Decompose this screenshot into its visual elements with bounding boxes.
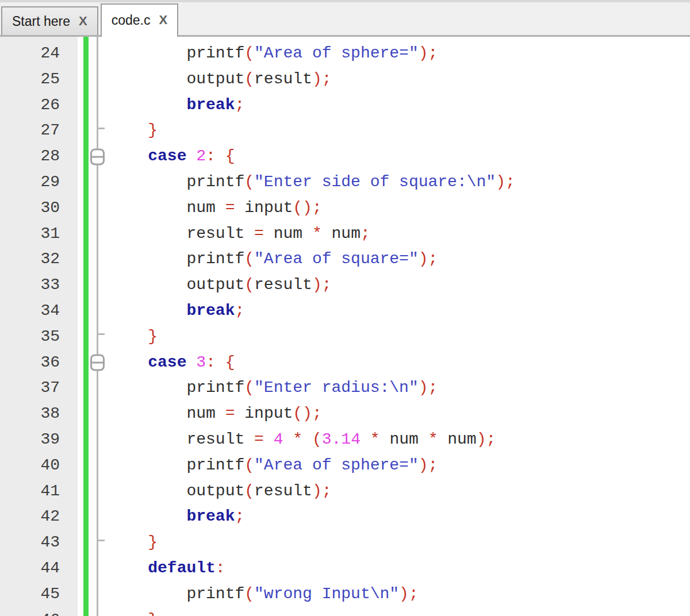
code-token: "Area of sphere=": [254, 456, 419, 474]
code-token: [109, 559, 148, 577]
line-number: 42: [0, 504, 60, 530]
editor-row: 35 }: [0, 324, 690, 350]
code-token: [216, 405, 225, 422]
code-token: [109, 44, 186, 62]
code-line[interactable]: result = 4 * (3.14 * num * num);: [109, 427, 496, 453]
code-token: :: [206, 147, 216, 165]
line-number: 46: [0, 607, 60, 616]
code-token: }: [148, 328, 158, 345]
code-line[interactable]: break;: [109, 93, 244, 118]
code-token: :: [206, 353, 216, 371]
code-line[interactable]: printf("Area of square=");: [109, 247, 438, 272]
fold-collapse-toggle[interactable]: [90, 354, 105, 371]
line-number: 33: [0, 272, 60, 298]
code-token: ;: [235, 302, 244, 319]
code-token: 3: [196, 353, 206, 371]
code-token: [361, 430, 370, 448]
code-token: );: [496, 173, 515, 191]
tab-start-here[interactable]: Start here X: [1, 6, 98, 35]
code-line[interactable]: output(result);: [109, 272, 332, 298]
code-token: num: [447, 430, 476, 448]
code-line[interactable]: printf("wrong Input\n");: [109, 582, 419, 607]
editor-row: 34 break;: [0, 298, 690, 324]
code-token: "Enter radius:\n": [254, 379, 419, 396]
code-token: [109, 96, 186, 114]
tab-code-c[interactable]: code.c X: [101, 3, 178, 37]
code-token: "Area of square=": [254, 250, 419, 268]
code-token: printf: [186, 456, 244, 474]
line-number: 27: [0, 118, 60, 144]
code-line[interactable]: break;: [109, 504, 244, 530]
code-token: "Enter side of square:\n": [254, 173, 496, 191]
code-token: [109, 250, 186, 268]
code-token: printf: [186, 44, 244, 62]
code-token: result: [186, 430, 244, 448]
line-number: 40: [0, 453, 60, 479]
code-area[interactable]: 24 printf("Area of sphere=");25 output(r…: [0, 41, 690, 616]
code-token: [235, 405, 244, 422]
close-icon[interactable]: X: [159, 13, 167, 28]
code-line[interactable]: result = num * num;: [109, 221, 370, 247]
code-line[interactable]: printf("Enter side of square:\n");: [109, 170, 515, 195]
code-token: num: [186, 405, 215, 422]
code-token: printf: [186, 250, 244, 268]
code-token: [235, 199, 244, 217]
code-line[interactable]: }: [109, 324, 158, 350]
code-token: num: [274, 225, 302, 242]
code-token: ();: [293, 405, 321, 422]
code-token: [109, 507, 186, 525]
code-line[interactable]: case 3: {: [109, 350, 235, 376]
code-token: [109, 147, 148, 165]
code-token: [216, 147, 225, 165]
code-line[interactable]: printf("Area of sphere=");: [109, 41, 438, 67]
code-token: [109, 328, 148, 345]
code-token: [109, 405, 186, 422]
code-token: [109, 430, 186, 448]
editor-row: 40 printf("Area of sphere=");: [0, 453, 690, 479]
code-token: [186, 147, 196, 165]
code-line[interactable]: case 2: {: [109, 144, 235, 170]
code-token: );: [312, 70, 332, 88]
fold-end-marker: [97, 128, 105, 129]
code-token: [302, 225, 312, 242]
code-token: }: [148, 533, 158, 551]
code-line[interactable]: num = input();: [109, 401, 322, 427]
code-token: result: [186, 225, 244, 242]
code-line[interactable]: output(result);: [109, 479, 332, 505]
code-line[interactable]: default:: [109, 556, 225, 582]
code-token: printf: [186, 585, 244, 603]
code-line[interactable]: }: [109, 118, 158, 144]
code-line[interactable]: printf("Area of sphere=");: [109, 453, 438, 479]
close-icon[interactable]: X: [79, 14, 87, 29]
line-number: 39: [0, 427, 60, 453]
code-token: (: [244, 250, 254, 268]
line-number: 26: [0, 93, 60, 118]
code-token: [216, 353, 225, 371]
code-line[interactable]: output(result);: [109, 67, 332, 93]
fold-collapse-toggle[interactable]: [90, 148, 105, 165]
code-token: [438, 430, 447, 448]
code-token: [109, 482, 186, 500]
code-line[interactable]: break;: [109, 298, 244, 324]
code-line[interactable]: }: [109, 530, 158, 556]
code-token: (: [244, 379, 254, 396]
code-line[interactable]: num = input();: [109, 195, 322, 221]
code-token: [380, 430, 390, 448]
editor-row: 29 printf("Enter side of square:\n");: [0, 170, 690, 195]
code-line[interactable]: printf("Enter radius:\n");: [109, 375, 438, 401]
code-token: input: [244, 199, 293, 217]
code-token: (: [244, 173, 254, 191]
code-token: input: [244, 405, 293, 422]
code-line[interactable]: }: [109, 607, 158, 616]
editor-row: 28 case 2: {: [0, 144, 690, 170]
code-token: [216, 199, 225, 217]
editor-row: 44 default:: [0, 556, 690, 582]
code-token: (: [244, 585, 254, 603]
line-number: 32: [0, 247, 60, 272]
code-token: case: [148, 147, 186, 165]
editor-row: 43 }: [0, 530, 690, 556]
editor-row: 27 }: [0, 118, 690, 144]
code-token: [322, 225, 332, 242]
editor-row: 26 break;: [0, 93, 690, 118]
code-token: [109, 533, 148, 551]
